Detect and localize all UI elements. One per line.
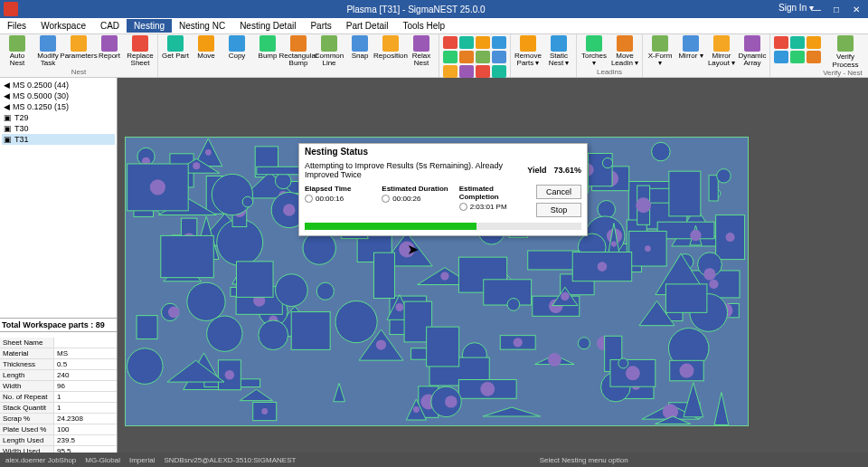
property-row: No. of Repeat1 bbox=[0, 392, 117, 403]
ribbon-move-leadin-[interactable]: Move Leadin ▾ bbox=[610, 35, 639, 67]
app-icon bbox=[4, 2, 18, 16]
ribbon-small-button[interactable] bbox=[443, 36, 458, 49]
ribbon-icon bbox=[413, 35, 429, 52]
ribbon-mirror-layout-[interactable]: Mirror Layout ▾ bbox=[707, 35, 736, 67]
tree-item[interactable]: ▣T31 bbox=[2, 134, 115, 145]
status-units: Imperial bbox=[129, 456, 155, 464]
ribbon-small-button[interactable] bbox=[492, 36, 506, 49]
ribbon-static-nest-[interactable]: Static Nest ▾ bbox=[544, 35, 573, 67]
menu-tab-nesting-nc[interactable]: Nesting NC bbox=[172, 19, 232, 33]
close-button[interactable]: ✕ bbox=[850, 5, 863, 14]
tree-item[interactable]: ◀MS 0.5000 (30) bbox=[2, 91, 115, 101]
ribbon-small-button[interactable] bbox=[476, 51, 490, 63]
tree-item[interactable]: ◀MS 0.2500 (44) bbox=[2, 80, 115, 91]
ribbon-relax-nest[interactable]: Relax Nest bbox=[407, 35, 436, 67]
svg-rect-151 bbox=[161, 235, 213, 277]
ribbon-small-button[interactable] bbox=[774, 51, 788, 63]
menu-tab-parts[interactable]: Parts bbox=[303, 19, 338, 33]
ribbon-small-button[interactable] bbox=[774, 36, 788, 49]
canvas[interactable]: ➤ Nesting Status Attempting to Improve R… bbox=[118, 78, 868, 467]
ribbon-auto-nest[interactable]: Auto Nest bbox=[3, 35, 32, 67]
tree-label: MS 0.2500 (44) bbox=[13, 81, 69, 90]
svg-point-119 bbox=[127, 348, 163, 385]
ribbon-dynamic-array[interactable]: Dynamic Array bbox=[738, 35, 767, 67]
ribbon-icon bbox=[683, 35, 699, 52]
ribbon-small-button[interactable] bbox=[790, 36, 805, 49]
ribbon-icon bbox=[9, 35, 25, 52]
ribbon-modify-task[interactable]: Modify Task bbox=[33, 35, 62, 67]
property-row: Stack Quantit1 bbox=[0, 403, 117, 414]
svg-point-166 bbox=[150, 179, 165, 195]
svg-point-190 bbox=[717, 169, 731, 183]
property-row: Scrap %24.2308 bbox=[0, 414, 117, 424]
ribbon-reposition[interactable]: Reposition bbox=[376, 35, 405, 60]
svg-point-86 bbox=[709, 280, 718, 289]
ribbon-icon bbox=[652, 35, 668, 52]
ribbon-icon bbox=[382, 35, 399, 52]
tree-item[interactable]: ◀MS 0.1250 (15) bbox=[2, 101, 115, 112]
ribbon-copy[interactable]: Copy bbox=[222, 35, 251, 60]
menu-tab-part-detail[interactable]: Part Detail bbox=[339, 19, 396, 33]
sign-in-link[interactable]: Sign In ▾ bbox=[778, 3, 814, 13]
ribbon-report[interactable]: Report bbox=[95, 35, 124, 60]
ribbon-common-line[interactable]: Common Line bbox=[315, 35, 344, 67]
menu-tab-cad[interactable]: CAD bbox=[93, 19, 127, 33]
ribbon-torches-[interactable]: Torches ▾ bbox=[580, 35, 609, 67]
tree-item[interactable]: ▣T29 bbox=[2, 112, 115, 123]
tree-icon: ▣ bbox=[4, 135, 12, 144]
clock-icon bbox=[305, 195, 313, 203]
ribbon-snap[interactable]: Snap bbox=[345, 35, 374, 60]
menu-tab-nesting-detail[interactable]: Nesting Detail bbox=[232, 19, 303, 33]
svg-point-28 bbox=[652, 142, 670, 160]
cancel-button[interactable]: Cancel bbox=[536, 185, 581, 199]
svg-point-30 bbox=[598, 201, 616, 219]
svg-rect-103 bbox=[484, 280, 532, 305]
ribbon-small-button[interactable] bbox=[459, 65, 474, 78]
status-server: SNDBsrv25@ALEXD-3510:SIGMANEST bbox=[164, 456, 296, 464]
elapsed-value: 00:00:16 bbox=[316, 195, 344, 203]
menu-tab-workspace[interactable]: Workspace bbox=[33, 19, 93, 33]
ribbon-icon bbox=[713, 35, 730, 52]
maximize-button[interactable]: □ bbox=[830, 5, 843, 14]
tree-icon: ▣ bbox=[4, 124, 12, 133]
estdur-value: 00:00:26 bbox=[392, 195, 420, 203]
nesting-status-dialog: Nesting Status Attempting to Improve Res… bbox=[298, 143, 588, 236]
ribbon-small-button[interactable] bbox=[459, 51, 474, 63]
ribbon-mirror-[interactable]: Mirror ▾ bbox=[676, 35, 705, 60]
menu-tab-files[interactable]: Files bbox=[0, 19, 33, 33]
ribbon-icon bbox=[744, 35, 760, 52]
svg-point-147 bbox=[602, 158, 612, 168]
ribbon-small-button[interactable] bbox=[476, 65, 490, 78]
tree-item[interactable]: ▣T30 bbox=[2, 123, 115, 134]
menu-tab-tools-help[interactable]: Tools Help bbox=[395, 19, 452, 33]
ribbon-small-button[interactable] bbox=[443, 51, 458, 63]
ribbon-x-form-[interactable]: X-Form ▾ bbox=[646, 35, 675, 67]
ribbon-small-button[interactable] bbox=[492, 65, 506, 78]
ribbon-icon bbox=[40, 35, 56, 52]
ribbon-move[interactable]: Move bbox=[192, 35, 221, 60]
tree-icon: ◀ bbox=[4, 81, 10, 90]
status-user: alex.doerner JobShop bbox=[5, 456, 76, 464]
ribbon-get-part[interactable]: Get Part bbox=[161, 35, 190, 60]
ribbon-icon bbox=[551, 35, 567, 52]
ribbon-small-button[interactable] bbox=[807, 36, 821, 49]
ribbon-remove-parts-[interactable]: Remove Parts ▾ bbox=[514, 35, 542, 67]
svg-point-121 bbox=[376, 339, 386, 349]
svg-rect-118 bbox=[669, 171, 701, 216]
ribbon-small-button[interactable] bbox=[492, 51, 506, 63]
ribbon-bump[interactable]: Bump bbox=[253, 35, 282, 60]
ribbon-verify-process[interactable]: Verify Process bbox=[824, 35, 867, 69]
clock-icon bbox=[459, 203, 467, 211]
stop-button[interactable]: Stop bbox=[536, 203, 581, 217]
ribbon-small-button[interactable] bbox=[459, 36, 474, 49]
menu-tab-nesting[interactable]: Nesting bbox=[127, 19, 172, 33]
ribbon: Auto NestModify TaskParametersReportRepl… bbox=[0, 34, 868, 78]
ribbon-parameters[interactable]: Parameters bbox=[64, 35, 93, 60]
ribbon-small-button[interactable] bbox=[443, 65, 458, 78]
ribbon-icon bbox=[167, 35, 184, 52]
ribbon-small-button[interactable] bbox=[790, 51, 805, 63]
ribbon-small-button[interactable] bbox=[807, 51, 821, 63]
ribbon-replace-sheet[interactable]: Replace Sheet bbox=[126, 35, 155, 67]
ribbon-small-button[interactable] bbox=[476, 36, 490, 49]
ribbon-rectangular-bump[interactable]: Rectangular Bump bbox=[284, 35, 313, 67]
